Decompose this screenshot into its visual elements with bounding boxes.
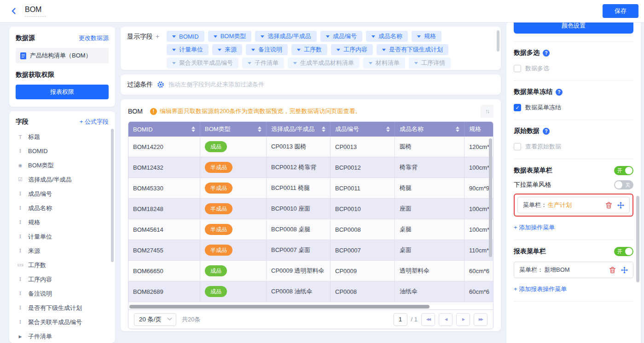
field-item[interactable]: I工序内容 [14,272,110,286]
report-menu-item-value[interactable]: 新增BOM [544,266,570,274]
menu-freeze-checkbox[interactable]: ✓ [514,104,521,111]
gear-icon[interactable] [157,81,164,88]
add-report-action-menu-link[interactable]: + 添加报表操作菜单 [514,285,567,293]
table-vertical-scrollbar-thumb[interactable] [489,138,492,257]
table-cell: BCP0008 桌腿 [267,219,331,240]
report-permission-button[interactable]: 报表权限 [16,85,109,99]
sort-icon[interactable] [456,126,459,132]
field-label: 来源 [28,247,40,255]
display-field-chip[interactable]: 子件清单 [242,57,284,69]
datasource-item[interactable]: 产品结构清单（BOM） [16,48,109,63]
display-field-chip[interactable]: 选择成品/半成品 [255,31,317,42]
sort-icon[interactable] [386,126,390,132]
chips-scrollbar-thumb[interactable] [497,30,499,51]
table-row[interactable]: BOM45330半成品BCP0011 椅腿BCP0011椅腿90cm*9 [128,178,493,199]
raw-data-checkbox[interactable] [514,143,521,150]
color-settings-button[interactable]: 颜色设置 [514,22,633,34]
field-item[interactable]: ▶子件清单 [14,329,110,343]
delete-menu-button[interactable] [605,202,612,209]
table-row[interactable]: BOM45614半成品BCP0008 桌腿BCP0008桌腿100cm* [128,219,493,240]
table-row[interactable]: BOM18248半成品BCP0010 座面BCP0010座面100cm* [128,199,493,219]
sort-icon[interactable] [191,126,195,132]
sort-icon[interactable] [258,126,261,132]
table-row[interactable]: BOM14220成品CP0013 圆椅CP0013圆椅120cm* [128,137,493,157]
help-icon[interactable]: ? [556,89,563,96]
field-label: 备注说明 [28,290,52,298]
display-field-chip[interactable]: 材料清单 [363,57,405,69]
help-icon[interactable]: ? [543,128,550,135]
page-size-select[interactable]: 20 条/页 [134,313,176,326]
change-datasource-link[interactable]: 更改数据源 [79,34,109,42]
column-header[interactable]: 规格 [464,122,493,137]
column-header[interactable]: 成品编号 [331,122,395,137]
display-field-chip[interactable]: 计量单位 [167,44,209,55]
column-header[interactable]: 选择成品/半成品 [267,122,331,137]
back-button[interactable] [10,7,17,15]
display-field-chip[interactable]: BOM类型 [208,31,252,42]
column-header[interactable]: 成品名称 [395,122,464,137]
table-horizontal-scrollbar-thumb[interactable] [129,305,429,309]
first-page-button[interactable]: ◀◀ [421,313,435,326]
report-menu-item[interactable]: 菜单栏： 新增BOM [514,262,633,278]
save-button[interactable]: 保存 [603,4,638,18]
display-field-chip[interactable]: 来源 [212,44,242,55]
display-field-chip[interactable]: 是否有下级生成计划 [377,44,448,55]
display-field-chip[interactable]: 备注说明 [246,44,288,55]
column-header[interactable]: BOM类型 [200,122,267,137]
display-field-chip[interactable]: 成品名称 [366,31,408,42]
display-field-chip[interactable]: 聚合关联半成品编号 [167,57,238,69]
field-item[interactable]: I成品编号 [14,187,110,201]
delete-menu-button[interactable] [609,267,616,274]
display-field-chip[interactable]: 成品编号 [320,31,362,42]
multi-select-checkbox[interactable] [514,65,521,72]
field-item[interactable]: IBOMID [14,144,110,158]
add-display-field-button[interactable]: + [156,33,159,40]
field-item[interactable]: ☑选择成品/半成品 [14,172,110,187]
table-row[interactable]: BOM27455半成品BCP0007 桌面BCP0007桌面110cm* [128,240,493,261]
field-item[interactable]: I计量单位 [14,229,110,244]
table-row[interactable]: BOM82689成品CP0008 油纸伞CP0008油纸伞60cm*6 [128,281,493,302]
next-page-button[interactable]: ▶ [456,313,470,326]
display-field-chip[interactable]: 工序详情 [409,57,451,69]
current-page-input[interactable]: 1 [394,313,407,326]
field-item[interactable]: I规格 [14,215,110,229]
field-item[interactable]: I是否有下级生成计划 [14,301,110,315]
dropdown-style-toggle[interactable]: 关 [614,180,633,189]
field-item[interactable]: I成品名称 [14,201,110,215]
field-item[interactable]: 123工序数 [14,258,110,272]
table-sort-button[interactable]: ↑↓ [481,105,493,118]
move-menu-button[interactable] [621,267,628,274]
table-cell: 成品 [200,281,267,302]
title-icon: T [17,134,24,140]
field-item[interactable]: I备注说明 [14,286,110,301]
chip-label: 来源 [225,46,237,54]
table-row[interactable]: BOM66650成品CP0009 透明塑料伞CP0009透明塑料伞60cm*6 [128,261,493,281]
display-field-chip[interactable]: 工序数 [291,44,327,55]
table-menu-item-value[interactable]: 生产计划 [548,201,572,209]
table-menu-item[interactable]: 菜单栏： 生产计划 [517,197,630,213]
help-icon[interactable]: ? [543,50,550,57]
text-icon: I [17,248,24,254]
display-field-chip[interactable]: BOMID [167,31,204,42]
field-item[interactable]: I来源 [14,244,110,258]
table-menu-toggle[interactable]: 开 [614,166,633,175]
field-item[interactable]: T标题 [14,130,110,144]
field-label: 子件清单 [28,332,52,341]
add-action-menu-link[interactable]: + 添加操作菜单 [514,223,555,232]
filter-dropzone-placeholder[interactable]: 拖动左侧字段到此处来添加过滤条件 [168,80,264,89]
display-field-chip[interactable]: 规格 [412,31,441,42]
display-field-chip[interactable]: 工序内容 [331,44,373,55]
fields-scrollbar-thumb[interactable] [111,129,114,262]
column-header[interactable]: BOMID [128,122,200,137]
prev-page-button[interactable]: ◀ [439,313,453,326]
field-item[interactable]: ◉BOM类型 [14,158,110,172]
settings-scrollbar-thumb[interactable] [636,196,639,282]
field-item[interactable]: I聚合关联半成品编号 [14,315,110,329]
report-menu-toggle[interactable]: 开 [614,247,633,256]
display-field-chip[interactable]: 生成半成品材料清单 [288,57,360,69]
move-menu-button[interactable] [617,202,624,209]
sort-icon[interactable] [322,126,325,132]
last-page-button[interactable]: ▶▶ [474,313,487,326]
add-formula-field-link[interactable]: + 公式字段 [80,118,109,126]
table-row[interactable]: BOM12432半成品BCP0012 椅靠背BCP0012椅靠背100cm* [128,157,493,178]
